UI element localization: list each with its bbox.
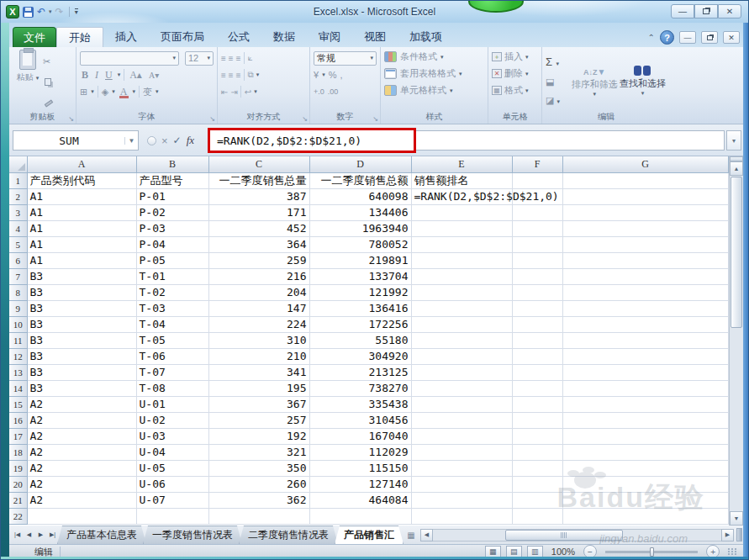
cell[interactable]: 133704 <box>309 268 411 284</box>
cell[interactable]: T-07 <box>136 364 208 380</box>
row-header[interactable]: 19 <box>9 460 27 476</box>
cell[interactable]: 171 <box>208 204 309 220</box>
increase-decimal-icon[interactable]: +.0 <box>314 87 324 96</box>
cell[interactable] <box>562 188 728 204</box>
cell[interactable]: U-05 <box>136 460 208 476</box>
phonetic-guide-icon[interactable]: 变 <box>143 87 152 98</box>
row-header[interactable]: 16 <box>9 412 27 428</box>
vertical-scroll-thumb[interactable] <box>731 177 742 328</box>
row-header[interactable]: 1 <box>9 172 27 188</box>
restore-button[interactable] <box>694 4 718 18</box>
column-header[interactable]: E <box>411 156 512 172</box>
cell[interactable]: 341 <box>208 364 309 380</box>
borders-icon[interactable]: ⊞ <box>80 87 87 98</box>
cell[interactable]: 464084 <box>309 492 411 508</box>
cell[interactable]: A2 <box>27 412 136 428</box>
cell[interactable]: T-04 <box>136 316 208 332</box>
cell[interactable] <box>562 220 728 236</box>
cell[interactable]: 销售额排名 <box>411 172 512 188</box>
row-header[interactable]: 21 <box>9 492 27 508</box>
cell[interactable]: 产品类别代码 <box>27 172 136 188</box>
phonetic-dropdown-arrow[interactable]: ▾ <box>156 88 159 95</box>
font-name-select[interactable]: ▾ <box>80 51 179 66</box>
scroll-down-icon[interactable]: ▼ <box>730 511 743 526</box>
fill-color-icon[interactable]: ◈ <box>102 87 108 98</box>
tab-file[interactable]: 文件 <box>13 27 56 47</box>
cell[interactable]: A2 <box>27 492 136 508</box>
help-icon[interactable]: ? <box>660 30 674 45</box>
cell[interactable] <box>411 476 512 492</box>
cell[interactable] <box>512 428 562 444</box>
cell[interactable]: 112029 <box>309 444 411 460</box>
workbook-close-button[interactable]: ✕ <box>723 31 740 44</box>
cell[interactable]: 780052 <box>309 236 411 252</box>
cell[interactable]: 452 <box>208 220 309 236</box>
row-header[interactable]: 14 <box>9 380 27 396</box>
cell[interactable] <box>512 220 562 236</box>
font-dialog-launcher[interactable]: ↘ <box>209 115 215 123</box>
cell[interactable] <box>411 220 512 236</box>
currency-dropdown-arrow[interactable]: ▾ <box>322 71 325 78</box>
find-select-button[interactable]: 查找和选择 ▾ <box>619 50 667 111</box>
undo-icon[interactable]: ↶ <box>37 6 45 18</box>
last-sheet-icon[interactable]: ▶| <box>47 529 58 542</box>
cell[interactable] <box>208 508 309 524</box>
cell[interactable]: 147 <box>208 300 309 316</box>
row-header[interactable]: 17 <box>9 428 27 444</box>
autosum-arrow[interactable]: ▾ <box>556 61 560 66</box>
cell[interactable] <box>562 284 728 300</box>
cell[interactable] <box>411 428 512 444</box>
underline-button[interactable]: U <box>103 69 114 82</box>
cell[interactable] <box>512 332 562 348</box>
tab-split-handle[interactable] <box>736 528 742 542</box>
align-bottom-icon[interactable]: ≡ <box>236 54 240 63</box>
align-center-icon[interactable]: ≡ <box>229 71 233 80</box>
grow-font-button[interactable]: A▴ <box>128 69 144 82</box>
format-painter-icon[interactable] <box>45 99 53 107</box>
delete-cells-button[interactable]: ✕ 删除 ▾ <box>492 66 538 81</box>
cell[interactable]: A2 <box>27 428 136 444</box>
cell[interactable] <box>562 172 728 188</box>
cell[interactable]: 257 <box>208 412 309 428</box>
row-header[interactable]: 10 <box>9 316 27 332</box>
row-header[interactable]: 5 <box>9 236 27 252</box>
clipboard-dialog-launcher[interactable]: ↘ <box>68 115 74 123</box>
cancel-entry-icon[interactable]: × <box>161 135 168 147</box>
tab-formulas[interactable]: 公式 <box>216 27 261 47</box>
cell[interactable] <box>562 428 728 444</box>
cell[interactable] <box>562 268 728 284</box>
format-cells-button[interactable]: ▦ 格式 ▾ <box>492 83 538 98</box>
alignment-dialog-launcher[interactable]: ↘ <box>302 115 308 123</box>
paste-dropdown-arrow[interactable]: ▾ <box>36 75 40 81</box>
cell[interactable] <box>411 332 512 348</box>
row-header[interactable]: 4 <box>9 220 27 236</box>
cell[interactable]: T-08 <box>136 380 208 396</box>
cell[interactable] <box>136 508 208 524</box>
cell[interactable] <box>411 300 512 316</box>
cell[interactable]: A1 <box>27 188 136 204</box>
cell[interactable] <box>411 252 512 268</box>
cell[interactable] <box>512 204 562 220</box>
row-header[interactable]: 6 <box>9 252 27 268</box>
cell[interactable]: 136416 <box>309 300 411 316</box>
cell[interactable]: U-03 <box>136 428 208 444</box>
align-top-icon[interactable]: ≡ <box>221 54 225 63</box>
scroll-right-icon[interactable]: ▶ <box>721 529 734 542</box>
cell[interactable]: P-03 <box>136 220 208 236</box>
decrease-decimal-icon[interactable]: .00 <box>328 87 339 96</box>
cell[interactable]: 216 <box>208 268 309 284</box>
decrease-indent-icon[interactable]: ⇤ <box>221 87 227 97</box>
cell[interactable] <box>512 492 562 508</box>
cell[interactable]: 55180 <box>309 332 411 348</box>
insert-function-icon[interactable]: fx <box>187 134 194 147</box>
column-header[interactable]: G <box>562 156 728 172</box>
cell[interactable] <box>512 476 562 492</box>
orientation-icon[interactable]: ⟀ <box>248 53 252 63</box>
sheet-tab-q2-sales[interactable]: 二季度销售情况表 <box>239 526 338 544</box>
column-header[interactable]: D <box>309 156 411 172</box>
align-middle-icon[interactable]: ≡ <box>229 54 233 63</box>
row-header[interactable]: 11 <box>9 332 27 348</box>
cell[interactable] <box>562 444 728 460</box>
minimize-button[interactable]: — <box>671 4 694 18</box>
cell[interactable] <box>411 492 512 508</box>
